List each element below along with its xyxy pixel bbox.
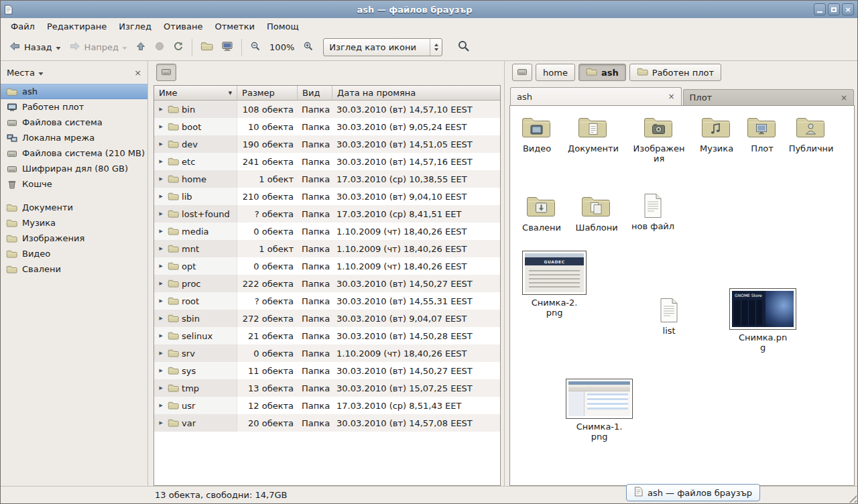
forward-button[interactable]: Напред	[65, 38, 131, 57]
table-row[interactable]: ▶srv0 обектаПапка1.10.2009 (чт) 18,40,26…	[154, 344, 500, 362]
minimize-button[interactable]	[814, 3, 826, 15]
sidebar-item-11[interactable]: Видео	[1, 246, 147, 261]
column-header-0[interactable]: Име▼	[154, 86, 237, 101]
maximize-button[interactable]	[828, 3, 840, 15]
sidebar-item-2[interactable]: Файлова система	[1, 115, 147, 130]
expander-icon[interactable]: ▶	[157, 141, 165, 147]
table-row[interactable]: ▶root? обектаПапка30.03.2010 (вт) 14,55,…	[154, 292, 500, 310]
sidebar-item-12[interactable]: Свалени	[1, 261, 147, 277]
expander-icon[interactable]: ▶	[157, 211, 165, 216]
table-row[interactable]: ▶media0 обектаПапка1.10.2009 (чт) 18,40,…	[154, 223, 500, 240]
column-header-1[interactable]: Размер	[237, 86, 298, 101]
sidebar-dropdown-icon[interactable]	[38, 68, 44, 78]
table-row[interactable]: ▶boot10 обектаПапка30.03.2010 (вт) 9,05,…	[154, 118, 500, 135]
expander-icon[interactable]: ▶	[157, 403, 165, 408]
expander-icon[interactable]: ▶	[157, 229, 165, 234]
table-row[interactable]: ▶tmp13 обектаПапка30.03.2010 (вт) 15,07,…	[154, 379, 500, 397]
breadcrumb-button-3[interactable]: Работен плот	[629, 64, 721, 81]
expander-icon[interactable]: ▶	[157, 194, 165, 199]
table-row[interactable]: ▶sbin272 обектаПапка30.03.2010 (вт) 9,04…	[154, 310, 500, 327]
tab-close-icon[interactable]: ×	[668, 92, 674, 101]
expander-icon[interactable]: ▶	[157, 246, 165, 251]
expander-icon[interactable]: ▶	[157, 263, 165, 269]
sidebar-item-9[interactable]: Музика	[1, 215, 147, 231]
expander-icon[interactable]: ▶	[157, 368, 165, 373]
table-row[interactable]: ▶etc241 обектаПапка30.03.2010 (вт) 14,57…	[154, 153, 500, 170]
table-row[interactable]: ▶lib210 обектаПапка30.03.2010 (вт) 9,04,…	[154, 188, 500, 205]
menu-item-5[interactable]: Помощ	[261, 20, 305, 33]
reload-button[interactable]	[169, 38, 188, 57]
menu-item-2[interactable]: Изглед	[113, 20, 158, 33]
menu-item-0[interactable]: Файл	[5, 20, 41, 33]
table-row[interactable]: ▶sys11 обектаПапка30.03.2010 (вт) 14,50,…	[154, 362, 500, 379]
breadcrumb-button-2[interactable]: ash	[578, 64, 626, 81]
table-row[interactable]: ▶bin108 обектаПапка30.03.2010 (вт) 14,57…	[154, 101, 500, 118]
stop-button[interactable]	[150, 38, 169, 57]
menu-item-4[interactable]: Отметки	[208, 20, 260, 33]
up-button[interactable]	[131, 38, 150, 57]
column-header-2[interactable]: Вид	[298, 86, 332, 101]
computer-button[interactable]	[217, 38, 237, 57]
sidebar-item-5[interactable]: Шифриран дял (80 GB)	[1, 161, 147, 176]
table-row[interactable]: ▶proc222 обектаПапка30.03.2010 (вт) 14,5…	[154, 275, 500, 292]
menu-item-1[interactable]: Редактиране	[41, 20, 113, 33]
sidebar-close-button[interactable]: ×	[134, 68, 141, 78]
table-row[interactable]: ▶dev190 обектаПапка30.03.2010 (вт) 14,51…	[154, 135, 500, 153]
tab-close-icon[interactable]: ×	[841, 94, 847, 102]
icon-item[interactable]: нов файл	[623, 193, 683, 231]
zoom-out-button[interactable]	[246, 38, 265, 57]
icon-item[interactable]: Видео	[509, 115, 567, 153]
table-row[interactable]: ▶opt0 обектаПапка1.10.2009 (чт) 18,40,26…	[154, 257, 500, 275]
sidebar-item-0[interactable]: ash	[1, 84, 147, 99]
icon-item[interactable]: Свалени	[511, 194, 572, 233]
home-button[interactable]	[196, 38, 217, 57]
tab-0[interactable]: ash×	[510, 87, 681, 105]
expander-icon[interactable]: ▶	[157, 124, 165, 129]
titlebar[interactable]: ash — файлов браузър ×	[1, 1, 857, 18]
icon-item[interactable]: Документи	[563, 115, 623, 153]
resize-grip[interactable]	[847, 493, 857, 503]
table-row[interactable]: ▶home1 обектПапка17.03.2010 (ср) 10,38,5…	[154, 170, 500, 188]
icon-item[interactable]: Шаблони	[566, 194, 627, 233]
expander-icon[interactable]: ▶	[157, 159, 165, 164]
icon-item[interactable]: list	[639, 298, 699, 336]
icon-item[interactable]: Публични	[781, 115, 841, 153]
sidebar-item-8[interactable]: Документи	[1, 200, 147, 215]
expander-icon[interactable]: ▶	[157, 351, 165, 356]
table-row[interactable]: ▶var20 обектаПапка30.03.2010 (вт) 14,57,…	[154, 414, 500, 432]
zoom-level[interactable]: 100%	[265, 42, 299, 52]
expander-icon[interactable]: ▶	[157, 420, 165, 426]
expander-icon[interactable]: ▶	[157, 281, 165, 286]
icon-item[interactable]: Снимка-1.png	[562, 379, 636, 442]
view-mode-select[interactable]: Изглед като икони	[323, 38, 442, 56]
search-button[interactable]	[453, 36, 475, 58]
sidebar-title[interactable]: Места	[7, 68, 35, 78]
breadcrumb-button-0[interactable]	[512, 64, 532, 81]
menu-item-3[interactable]: Отиване	[158, 20, 208, 33]
breadcrumb-button-1[interactable]: home	[536, 64, 575, 81]
expander-icon[interactable]: ▶	[157, 176, 165, 182]
expander-icon[interactable]: ▶	[157, 333, 165, 338]
column-header-3[interactable]: Дата на промяна	[332, 86, 500, 101]
back-history-dropdown-icon[interactable]	[56, 42, 61, 52]
icon-item[interactable]: GNOME StoreСнимка.png	[726, 288, 800, 353]
table-row[interactable]: ▶usr12 обектаПапка17.03.2010 (ср) 8,51,4…	[154, 397, 500, 414]
sidebar-item-6[interactable]: Кошче	[1, 176, 147, 192]
table-row[interactable]: ▶selinux21 обектаПапка30.03.2010 (вт) 14…	[154, 327, 500, 344]
sidebar-item-1[interactable]: Работен плот	[1, 99, 147, 115]
icon-view[interactable]: ВидеоДокументиИзображенияМузикаПлотПубли…	[509, 105, 855, 486]
icon-item[interactable]: Изображения	[629, 115, 689, 164]
table-row[interactable]: ▶lost+found? обектаПапка17.03.2010 (ср) …	[154, 205, 500, 223]
expander-icon[interactable]: ▶	[157, 298, 165, 304]
filesystem-root-button[interactable]	[156, 64, 176, 81]
forward-history-dropdown-icon[interactable]	[122, 42, 127, 52]
sidebar-item-10[interactable]: Изображения	[1, 231, 147, 246]
tab-1[interactable]: Плот×	[683, 89, 854, 105]
combo-spinner-icon[interactable]	[430, 39, 442, 56]
table-row[interactable]: ▶mnt1 обектПапка1.10.2009 (чт) 18,40,26 …	[154, 240, 500, 257]
sidebar-item-3[interactable]: Локална мрежа	[1, 130, 147, 145]
zoom-in-button[interactable]	[299, 38, 318, 57]
expander-icon[interactable]: ▶	[157, 385, 165, 391]
back-button[interactable]: Назад	[5, 38, 65, 57]
expander-icon[interactable]: ▶	[157, 316, 165, 321]
